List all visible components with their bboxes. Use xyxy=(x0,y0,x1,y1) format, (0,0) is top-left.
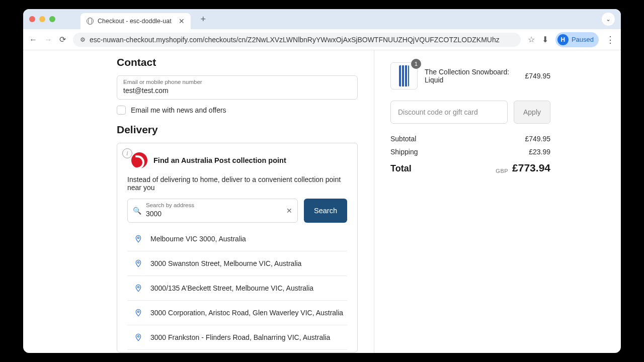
ap-search-button[interactable]: Search xyxy=(304,199,347,223)
url-text: esc-nuwan-checkout.myshopify.com/checkou… xyxy=(90,36,500,44)
ap-result-label: Melbourne VIC 3000, Australia xyxy=(150,235,246,243)
search-icon: 🔍 xyxy=(133,207,141,215)
ap-search-input[interactable] xyxy=(146,210,291,218)
avatar: H xyxy=(557,34,569,45)
download-icon[interactable]: ⬇ xyxy=(542,35,548,44)
apply-button[interactable]: Apply xyxy=(514,101,550,124)
maximize-window-icon[interactable] xyxy=(49,16,55,22)
ap-result-label: 3000 Frankston - Flinders Road, Balnarri… xyxy=(150,333,330,341)
ap-result-item[interactable]: 3000 Frankston - Flinders Road, Balnarri… xyxy=(127,325,347,350)
bookmark-icon[interactable]: ☆ xyxy=(528,35,535,44)
news-label: Email me with news and offers xyxy=(131,106,226,114)
ap-collection-box: i Find an Australia Post collection poin… xyxy=(117,143,358,352)
shipping-row: Shipping £23.99 xyxy=(390,148,550,156)
email-field[interactable]: Email or mobile phone number xyxy=(117,75,358,100)
product-thumbnail: 1 xyxy=(390,62,418,89)
pin-icon xyxy=(134,332,142,342)
product-name: The Collection Snowboard: Liquid xyxy=(425,68,518,84)
browser-window: Checkout - esc-doddle-uat ✕ + ⌄ ← → ⟳ ⚙ … xyxy=(23,9,621,353)
email-label: Email or mobile phone number xyxy=(123,79,351,85)
checkout-form: Contact Email or mobile phone number Ema… xyxy=(23,50,374,353)
product-row: 1 The Collection Snowboard: Liquid £749.… xyxy=(390,62,550,89)
svg-point-4 xyxy=(137,335,139,337)
australia-post-logo-icon xyxy=(131,152,147,168)
close-tab-icon[interactable]: ✕ xyxy=(179,17,185,25)
discount-input[interactable] xyxy=(390,101,508,124)
total-row: Total GBP £773.94 xyxy=(390,162,550,174)
ap-result-item[interactable]: 3000/135 A'Beckett Street, Melbourne VIC… xyxy=(127,276,347,301)
tab-bar: Checkout - esc-doddle-uat ✕ + ⌄ xyxy=(23,9,621,29)
total-label: Total xyxy=(390,163,412,174)
news-optin-row[interactable]: Email me with news and offers xyxy=(117,106,358,115)
currency-label: GBP xyxy=(496,168,508,174)
reload-icon[interactable]: ⟳ xyxy=(59,35,66,44)
pin-icon xyxy=(134,234,142,244)
pin-icon xyxy=(134,258,142,268)
ap-result-item[interactable]: 3000 Swanston Street, Melbourne VIC, Aus… xyxy=(127,251,347,276)
ap-search-label: Search by address xyxy=(146,202,291,208)
tab-dropdown-icon[interactable]: ⌄ xyxy=(602,13,615,26)
ap-result-label: 3000 Swanston Street, Melbourne VIC, Aus… xyxy=(150,259,301,267)
close-window-icon[interactable] xyxy=(29,16,35,22)
toolbar-right: ☆ ⬇ H Paused ⋮ xyxy=(528,32,615,47)
ap-search-row: 🔍 Search by address ✕ Search xyxy=(127,199,347,223)
forward-icon[interactable]: → xyxy=(44,35,52,44)
ap-description: Instead of delivering to home, deliver t… xyxy=(127,175,347,192)
pin-icon xyxy=(134,308,142,318)
shipping-label: Shipping xyxy=(390,148,418,156)
info-icon[interactable]: i xyxy=(122,148,132,158)
ap-title: Find an Australia Post collection point xyxy=(153,156,286,164)
email-input[interactable] xyxy=(123,86,351,95)
traffic-lights xyxy=(29,16,55,22)
page-content: Contact Email or mobile phone number Ema… xyxy=(23,50,621,353)
address-bar[interactable]: ⚙ esc-nuwan-checkout.myshopify.com/check… xyxy=(73,33,521,47)
profile-label: Paused xyxy=(572,36,594,43)
back-icon[interactable]: ← xyxy=(29,35,37,44)
toolbar: ← → ⟳ ⚙ esc-nuwan-checkout.myshopify.com… xyxy=(23,29,621,50)
svg-point-1 xyxy=(137,261,139,263)
ap-results: Melbourne VIC 3000, Australia 3000 Swans… xyxy=(127,227,347,350)
delivery-heading: Delivery xyxy=(117,124,358,136)
total-value: £773.94 xyxy=(512,162,550,174)
globe-icon xyxy=(87,18,94,25)
svg-point-0 xyxy=(137,237,139,238)
ap-result-label: 3000/135 A'Beckett Street, Melbourne VIC… xyxy=(150,284,313,292)
menu-icon[interactable]: ⋮ xyxy=(606,34,615,45)
ap-search-field[interactable]: 🔍 Search by address ✕ xyxy=(127,199,298,223)
site-settings-icon[interactable]: ⚙ xyxy=(80,36,86,43)
news-checkbox[interactable] xyxy=(117,106,126,115)
clear-icon[interactable]: ✕ xyxy=(286,207,292,215)
subtotal-row: Subtotal £749.95 xyxy=(390,135,550,143)
ap-result-label: 3000 Corporation, Aristoc Road, Glen Wav… xyxy=(150,309,343,317)
snowboard-icon xyxy=(399,65,409,86)
contact-heading: Contact xyxy=(117,56,358,68)
shipping-value: £23.99 xyxy=(529,148,550,156)
tab-title: Checkout - esc-doddle-uat xyxy=(98,18,172,25)
product-price: £749.95 xyxy=(525,72,550,80)
order-summary: 1 The Collection Snowboard: Liquid £749.… xyxy=(374,50,621,353)
svg-point-3 xyxy=(137,311,139,312)
profile-chip[interactable]: H Paused xyxy=(555,32,599,47)
pin-icon xyxy=(134,283,142,293)
browser-tab[interactable]: Checkout - esc-doddle-uat ✕ xyxy=(80,13,191,29)
ap-result-item[interactable]: Melbourne VIC 3000, Australia xyxy=(127,227,347,251)
new-tab-icon[interactable]: + xyxy=(201,14,206,25)
discount-row: Apply xyxy=(390,101,550,124)
ap-result-item[interactable]: 3000 Corporation, Aristoc Road, Glen Wav… xyxy=(127,301,347,325)
quantity-badge: 1 xyxy=(411,59,421,69)
svg-point-2 xyxy=(137,286,139,288)
ap-header: Find an Australia Post collection point xyxy=(131,152,347,168)
subtotal-value: £749.95 xyxy=(525,135,550,143)
minimize-window-icon[interactable] xyxy=(39,16,45,22)
subtotal-label: Subtotal xyxy=(390,135,416,143)
